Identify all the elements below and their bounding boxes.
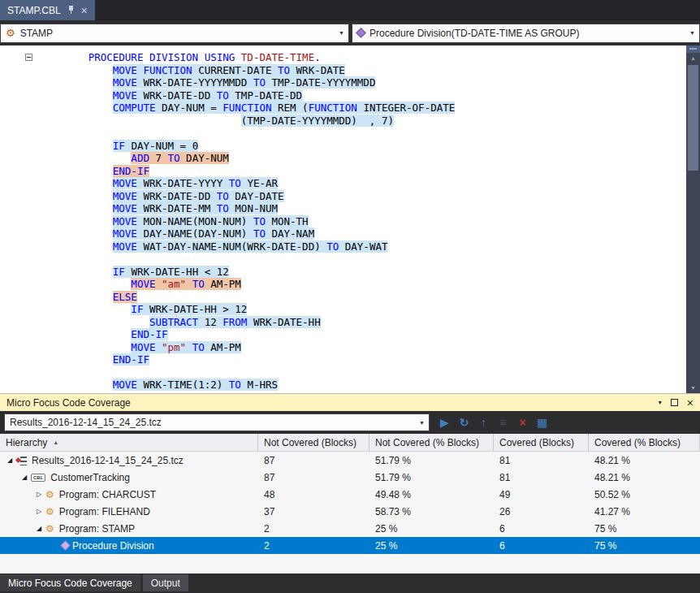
code-line[interactable] (0, 366, 686, 379)
code-line[interactable]: END-IF (0, 353, 686, 366)
code-line[interactable]: MOVE MON-NAME(MON-NUM) TO MON-TH (0, 215, 686, 228)
table-row[interactable]: Procedure Division225 %675 % (0, 537, 700, 554)
code-coverage-panel: Micro Focus Code Coverage ▾ × Results_20… (0, 393, 700, 574)
code-line[interactable]: MOVE WRK-TIME(1:2) TO M-HRS (0, 379, 686, 392)
row-label: Results_2016-12-14_15_24_25.tcz (32, 455, 184, 466)
panel-title-bar[interactable]: Micro Focus Code Coverage ▾ × (0, 393, 700, 411)
program-icon: ⚙ (45, 524, 54, 534)
covered-blocks-cell: 6 (494, 540, 589, 552)
window-position-icon[interactable]: ▾ (659, 399, 662, 406)
hierarchy-cell: ▷⚙Program: CHARCUST (0, 489, 258, 500)
refresh-button[interactable]: ↻ (456, 414, 473, 431)
covered-pct-cell: 41.27 % (589, 506, 700, 517)
covered-pct-cell: 75 % (589, 523, 700, 535)
covered-blocks-cell: 26 (494, 506, 589, 517)
chevron-down-icon[interactable]: ▼ (415, 420, 429, 426)
scroll-down-icon[interactable]: ▼ (686, 383, 700, 393)
scrollbar-thumb[interactable] (688, 65, 698, 171)
maximize-icon[interactable] (671, 399, 678, 406)
code-line[interactable]: MOVE WRK-DATE-DD TO DAY-DATE (0, 190, 686, 203)
code-line[interactable]: COMPUTE DAY-NUM = FUNCTION REM (FUNCTION… (0, 102, 686, 115)
hierarchy-cell: Procedure Division (0, 540, 258, 552)
go-to-parent-button[interactable]: ↑ (475, 414, 492, 431)
chevron-down-icon[interactable]: ▼ (335, 30, 348, 36)
not-covered-pct-cell: 58.73 % (369, 506, 494, 517)
code-line[interactable]: PROCEDURE DIVISION USING TD-DATE-TIME. (0, 51, 686, 64)
editor-vertical-scrollbar[interactable]: ▲ ▼ (686, 45, 700, 393)
covered-blocks-cell: 81 (494, 455, 589, 466)
close-icon[interactable]: × (81, 5, 88, 16)
code-line[interactable]: IF DAY-NUM = 0 (0, 140, 686, 153)
code-line[interactable]: IF WRK-DATE-HH > 12 (0, 303, 686, 316)
apply-results-button[interactable]: ▶ (436, 414, 453, 431)
not-covered-pct-cell: 51.79 % (369, 472, 494, 483)
column-header-3[interactable]: Covered (Blocks) (494, 434, 589, 451)
code-line[interactable]: END-IF (0, 328, 686, 341)
not-covered-blocks-cell: 2 (258, 523, 369, 535)
not-covered-pct-cell: 25 % (369, 523, 494, 535)
tree-expander-icon[interactable]: ◢ (18, 474, 31, 481)
column-header-2[interactable]: Not Covered (% Blocks) (369, 434, 494, 451)
close-icon[interactable]: × (687, 397, 694, 409)
panel-title-buttons: ▾ × (659, 397, 694, 409)
code-line[interactable]: MOVE WRK-DATE-YYYY TO YE-AR (0, 177, 686, 190)
tree-expander-icon[interactable]: ▷ (32, 508, 45, 515)
code-line[interactable] (0, 127, 686, 140)
code-line[interactable]: SUBTRACT 12 FROM WRK-DATE-HH (0, 316, 686, 329)
tab-stamp-cbl[interactable]: STAMP.CBL × (0, 0, 95, 20)
covered-blocks-cell: 6 (494, 523, 589, 535)
hierarchy-cell: ◢CBLCustomerTracking (0, 472, 258, 483)
code-line[interactable]: MOVE DAY-NAME(DAY-NUM) TO DAY-NAM (0, 227, 686, 240)
program-icon: ⚙ (45, 490, 54, 500)
code-editor[interactable]: PROCEDURE DIVISION USING TD-DATE-TIME. M… (0, 45, 700, 393)
table-row[interactable]: ◢⚙Program: STAMP225 %675 % (0, 520, 700, 537)
column-header-0[interactable]: Hierarchy▲ (0, 434, 258, 451)
pin-icon[interactable] (67, 6, 75, 15)
tree-expander-icon[interactable]: ▷ (32, 491, 45, 498)
hierarchy-cell: ◢⚙Program: STAMP (0, 523, 258, 535)
code-line[interactable]: MOVE WRK-DATE-YYYYMMDD TO TMP-DATE-YYYYM… (0, 76, 686, 89)
scope-dropdown[interactable]: ⚙ STAMP ▼ (0, 24, 349, 43)
column-header-1[interactable]: Not Covered (Blocks) (258, 434, 369, 451)
panel-tab-micro-focus-code-coverage[interactable]: Micro Focus Code Coverage (0, 574, 140, 591)
program-icon: ⚙ (6, 28, 15, 38)
code-line[interactable]: MOVE FUNCTION CURRENT-DATE TO WRK-DATE (0, 64, 686, 77)
program-icon: ⚙ (45, 507, 54, 517)
table-row[interactable]: ◢Results_2016-12-14_15_24_25.tcz8751.79 … (0, 452, 700, 469)
member-dropdown[interactable]: Procedure Division(TD-DATE-TIME AS GROUP… (352, 24, 700, 43)
tree-expander-icon[interactable]: ◢ (3, 457, 16, 464)
column-options-button[interactable]: ▦ (534, 414, 551, 431)
table-row[interactable]: ◢CBLCustomerTracking8751.79 %8148.21 % (0, 469, 700, 486)
tree-expander-icon[interactable]: ◢ (32, 525, 45, 532)
code-line[interactable]: MOVE "am" TO AM-PM (0, 278, 686, 291)
hierarchy-cell: ▷⚙Program: FILEHAND (0, 506, 258, 517)
code-line[interactable]: MOVE "pm" TO AM-PM (0, 341, 686, 354)
code-line[interactable]: ELSE (0, 291, 686, 304)
delete-results-button[interactable]: × (514, 414, 531, 431)
toolbar-buttons: ▶↻↑≡×▦ (436, 414, 551, 431)
not-covered-blocks-cell: 48 (258, 489, 369, 500)
scroll-up-icon[interactable]: ▲ (686, 53, 700, 63)
not-covered-blocks-cell: 87 (258, 472, 369, 483)
not-covered-blocks-cell: 37 (258, 506, 369, 517)
panel-tab-output[interactable]: Output (143, 574, 188, 591)
row-label: Program: STAMP (59, 523, 135, 535)
not-covered-pct-cell: 49.48 % (369, 489, 494, 500)
code-line[interactable] (0, 253, 686, 266)
results-file-dropdown[interactable]: Results_2016-12-14_15_24_25.tcz ▼ (4, 413, 430, 431)
code-line[interactable]: (TMP-DATE-YYYYMMDD) , 7) (0, 115, 686, 128)
code-line[interactable]: ADD 7 TO DAY-NUM (0, 152, 686, 165)
table-row[interactable]: ▷⚙Program: FILEHAND3758.73 %2641.27 % (0, 503, 700, 520)
code-line[interactable]: IF WRK-DATE-HH < 12 (0, 266, 686, 279)
sort-ascending-icon: ▲ (53, 439, 58, 445)
table-row[interactable]: ▷⚙Program: CHARCUST4849.48 %4950.52 % (0, 486, 700, 503)
splitter-grip[interactable] (686, 45, 700, 53)
collapse-all-button[interactable]: ≡ (495, 414, 512, 431)
code-line[interactable]: MOVE WRK-DATE-DD TO TMP-DATE-DD (0, 89, 686, 102)
chevron-down-icon[interactable]: ▼ (685, 30, 699, 36)
code-line[interactable]: END-IF (0, 165, 686, 178)
code-line[interactable]: MOVE WAT-DAY-NAME-NUM(WRK-DATE-DD) TO DA… (0, 240, 686, 253)
panel-tab-bar: Micro Focus Code CoverageOutput (0, 574, 700, 593)
code-line[interactable]: MOVE WRK-DATE-MM TO MON-NUM (0, 202, 686, 215)
column-header-4[interactable]: Covered (% Blocks) (589, 434, 700, 451)
